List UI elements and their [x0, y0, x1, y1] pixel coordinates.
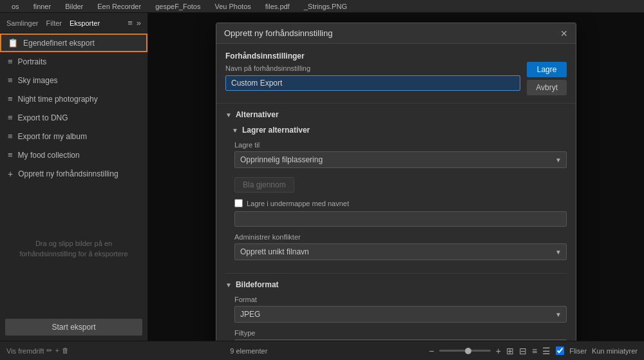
vis-fremdrift[interactable]: Vis fremdrift ✏ + 🗑 [6, 346, 69, 355]
alternativer-header[interactable]: ▼ Alternativer [225, 110, 567, 119]
grid2-view-icon[interactable]: ⊟ [519, 346, 527, 356]
sidebar-item-portraits[interactable]: ≡ Portraits [0, 52, 147, 71]
alternativer-title: Alternativer [236, 110, 279, 119]
alternativer-chevron: ▼ [225, 111, 232, 118]
zoom-in-button[interactable]: + [496, 346, 501, 356]
lagre-til-select[interactable]: Opprinnelig filplassering Desktop Egende… [234, 151, 567, 168]
sky-icon: ≡ [8, 75, 13, 85]
preset-name-input[interactable] [225, 75, 520, 91]
zoom-out-button[interactable]: − [429, 346, 434, 356]
lagre-til-select-wrapper: Opprinnelig filplassering Desktop Egende… [234, 151, 567, 168]
sidebar-item-new-label: Opprett ny forhåndsinnstilling [18, 169, 118, 178]
modal-body: Forhåndsinnstillinger Navn på forhåndsin… [216, 44, 576, 341]
lagre-til-label: Lagre til [234, 141, 567, 149]
sidebar-item-egendefinert[interactable]: 📋 Egendefinert eksport [0, 33, 147, 52]
drag-drop-text: Dra og slipp bilder på en forhåndsinnsti… [13, 238, 135, 260]
preset-buttons: Lagre Avbryt [527, 52, 567, 95]
cancel-button[interactable]: Avbryt [527, 80, 567, 95]
tab-recorder[interactable]: Een Recorder [91, 1, 147, 12]
bottom-bar-center: 9 elementer [230, 347, 267, 355]
bottom-bar-right: − + ⊞ ⊟ ≡ ☰ Fliser Kun miniatyrer [429, 346, 638, 356]
sidebar-header-icons: ≡ » [128, 18, 141, 28]
tab-strings[interactable]: _Strings.PNG [298, 1, 354, 12]
preset-section-title: Forhåndsinnstillinger [225, 52, 520, 61]
filtype-group: Filtype .JPG .JPEG ▼ [234, 329, 567, 341]
bildeformat-section: ▼ Bildeformat Format JPEG PNG [216, 274, 576, 341]
sidebar-item-new[interactable]: + Opprett ny forhåndsinnstilling [0, 164, 147, 184]
sidebar-item-export-dng[interactable]: ≡ Export to DNG [0, 108, 147, 127]
lagrer-alternativer-header[interactable]: ▼ Lagrer alternativer [232, 126, 567, 135]
grid-view-icon[interactable]: ⊞ [506, 346, 514, 356]
lagrer-title: Lagrer alternativer [242, 126, 310, 135]
kun-miniatyrer-label: Kun miniatyrer [592, 347, 638, 355]
tab-samlinger[interactable]: Samlinger [6, 19, 39, 27]
filtype-select-wrapper: .JPG .JPEG ▼ [234, 339, 567, 341]
sidebar-item-egendefinert-label: Egendefinert eksport [23, 39, 95, 48]
tab-finner[interactable]: finner [27, 1, 58, 12]
modal-close-button[interactable]: ✕ [560, 29, 568, 38]
sidebar-header: Samlinger Filter Eksporter ≡ » [0, 13, 147, 33]
bildeformat-header[interactable]: ▼ Bildeformat [225, 280, 567, 289]
pencil-icon[interactable]: ✏ [46, 346, 52, 355]
fliser-checkbox[interactable] [556, 346, 564, 355]
administrer-group: Administrer konflikter Opprett unikt fil… [234, 233, 567, 260]
plus-icon: + [8, 169, 13, 179]
filtype-select[interactable]: .JPG .JPEG [234, 339, 567, 341]
elements-count: 9 elementer [230, 347, 267, 355]
subfolder-checkbox[interactable] [234, 199, 243, 207]
export-dng-icon: ≡ [8, 113, 13, 122]
sidebar-item-food[interactable]: ≡ My food collection [0, 146, 147, 164]
portraits-icon: ≡ [8, 57, 13, 66]
tab-os[interactable]: os [5, 1, 26, 12]
bildeformat-chevron: ▼ [225, 281, 232, 289]
sidebar-item-album-label: Export for my album [18, 132, 87, 141]
top-bar: os finner Bilder Een Recorder gespeF_Fot… [0, 0, 644, 13]
modal-title-bar: Opprett ny forhåndsinnstilling ✕ [216, 23, 576, 44]
add-icon[interactable]: + [55, 346, 59, 355]
bla-gjennom-button[interactable]: Bla gjennom [234, 177, 294, 193]
lagre-til-group: Lagre til Opprinnelig filplassering Desk… [234, 141, 567, 168]
sidebar-item-night[interactable]: ≡ Night time photography [0, 90, 147, 108]
sidebar-item-sky[interactable]: ≡ Sky images [0, 71, 147, 90]
bildeformat-title: Bildeformat [236, 280, 279, 289]
sidebar-item-album[interactable]: ≡ Export for my album [0, 127, 147, 146]
modal-overlay: Opprett ny forhåndsinnstilling ✕ Forhånd… [148, 13, 644, 341]
format-select[interactable]: JPEG PNG TIFF DNG [234, 306, 567, 323]
fliser-label: Fliser [569, 347, 587, 355]
zoom-slider[interactable] [439, 350, 491, 352]
tab-pdf[interactable]: files.pdf [259, 1, 296, 12]
detail-view-icon[interactable]: ☰ [542, 346, 551, 356]
preset-sublabel: Navn på forhåndsinnstilling [225, 64, 520, 72]
trash-icon[interactable]: 🗑 [62, 346, 69, 355]
tab-fotos[interactable]: gespeF_Fotos [149, 1, 207, 12]
modal: Opprett ny forhåndsinnstilling ✕ Forhånd… [216, 23, 576, 341]
night-icon: ≡ [8, 94, 13, 104]
preset-section: Forhåndsinnstillinger Navn på forhåndsin… [216, 44, 576, 104]
format-select-wrapper: JPEG PNG TIFF DNG ▼ [234, 306, 567, 323]
subfolder-name-input[interactable] [234, 211, 567, 227]
list-view-icon[interactable]: ≡ [532, 346, 537, 356]
format-label: Format [234, 296, 567, 303]
administrer-label: Administrer konflikter [234, 233, 567, 241]
sidebar-item-food-label: My food collection [18, 151, 80, 160]
administrer-select[interactable]: Opprett unikt filnavn Overskriv Hopp ove… [234, 243, 567, 260]
sidebar-drag-area: Dra og slipp bilder på en forhåndsinnsti… [0, 184, 147, 314]
menu-icon[interactable]: ≡ [128, 18, 133, 28]
sidebar-item-night-label: Night time photography [18, 95, 98, 104]
tab-bilder[interactable]: Bilder [59, 1, 90, 12]
tab-eksporter[interactable]: Eksporter [70, 19, 100, 27]
format-group: Format JPEG PNG TIFF DNG ▼ [234, 296, 567, 323]
subfolder-checkbox-group: Lagre i undermappe med navnet [234, 199, 567, 207]
sidebar-header-tabs: Samlinger Filter Eksporter [6, 19, 100, 27]
content-area: Opprett ny forhåndsinnstilling ✕ Forhånd… [148, 13, 644, 341]
food-icon: ≡ [8, 150, 13, 160]
save-button[interactable]: Lagre [527, 62, 567, 77]
bottom-bar: Vis fremdrift ✏ + 🗑 9 elementer − + ⊞ ⊟ … [0, 341, 644, 360]
sidebar-item-portraits-label: Portraits [18, 57, 47, 66]
tab-filter[interactable]: Filter [46, 19, 62, 27]
sidebar-item-sky-label: Sky images [18, 76, 58, 85]
tab-veu[interactable]: Veu Photos [208, 1, 257, 12]
subfolder-checkbox-label[interactable]: Lagre i undermappe med navnet [247, 200, 349, 207]
start-export-button[interactable]: Start eksport [5, 319, 142, 336]
expand-icon[interactable]: » [137, 18, 141, 28]
